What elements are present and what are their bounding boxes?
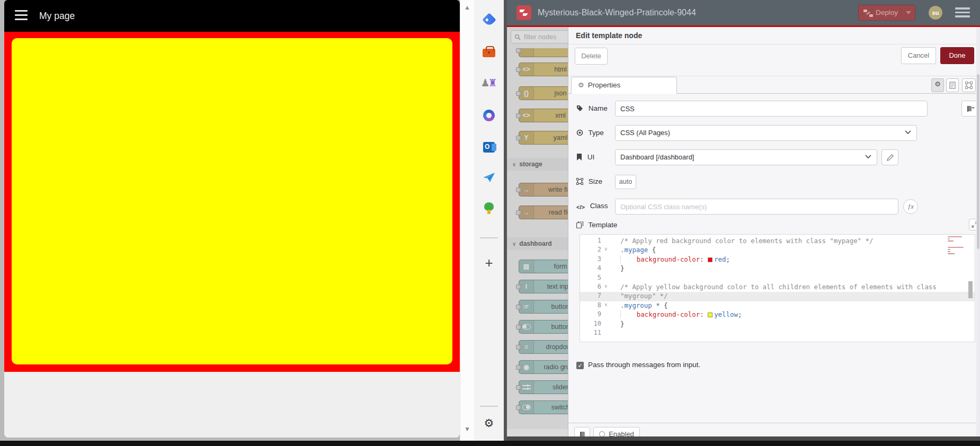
screen-bottom-bar bbox=[0, 441, 980, 446]
class-expression-button[interactable]: ƒx bbox=[903, 199, 918, 214]
description-view-button[interactable] bbox=[946, 78, 959, 92]
class-field-label: </> Class bbox=[576, 202, 608, 210]
divider bbox=[480, 237, 498, 238]
chevron-down-icon[interactable] bbox=[906, 11, 911, 14]
size-value-button[interactable]: auto bbox=[615, 175, 636, 189]
editor-minimap bbox=[948, 236, 965, 340]
deploy-button[interactable]: Deploy bbox=[858, 5, 915, 21]
dashboard-empty-area bbox=[4, 372, 460, 438]
appearance-view-button[interactable] bbox=[962, 78, 976, 92]
window-bottom-edge bbox=[507, 436, 980, 441]
code-line: 1/* Apply red background color to elemen… bbox=[580, 237, 975, 246]
code-icon: </> bbox=[576, 204, 585, 210]
user-avatar[interactable]: su bbox=[929, 6, 942, 20]
mypage-red-area bbox=[4, 32, 460, 372]
main-menu-icon[interactable] bbox=[955, 7, 970, 18]
drop-plane-icon[interactable] bbox=[474, 172, 504, 186]
code-line: 2∨.mypage { bbox=[580, 246, 975, 255]
hamburger-menu-icon[interactable] bbox=[15, 10, 28, 22]
edit-template-dialog: Edit template node Delete Cancel Done ⚙P… bbox=[568, 27, 980, 436]
outlook-icon[interactable] bbox=[474, 140, 504, 155]
nodered-window: Mysterious-Black-Winged-Pratincole-9044 … bbox=[507, 0, 980, 441]
dashboard-header: My page bbox=[4, 0, 460, 32]
passthrough-label: Pass through messages from input. bbox=[588, 361, 700, 369]
template-code-editor[interactable]: 1/* Apply red background color to elemen… bbox=[580, 234, 975, 342]
chevron-down-icon bbox=[865, 155, 871, 159]
tag-icon bbox=[576, 105, 583, 112]
add-sidebar-item-button[interactable]: + bbox=[474, 256, 504, 271]
deploy-icon bbox=[863, 10, 873, 17]
code-line: 11 bbox=[580, 329, 975, 338]
shopping-tag-icon[interactable] bbox=[474, 13, 504, 28]
code-line: 6∨/* Apply yellow background color to al… bbox=[580, 283, 975, 292]
editor-scrollbar[interactable] bbox=[968, 235, 973, 342]
nodered-logo-icon bbox=[516, 5, 531, 20]
size-field-label: Size bbox=[576, 177, 602, 185]
code-line: 7"mygroup" */ bbox=[580, 292, 975, 301]
divider bbox=[568, 76, 980, 76]
browser-sidebar: ♟♜ + ⚙ bbox=[474, 0, 504, 441]
dashboard-scrollbar[interactable]: ▲ ▼ bbox=[460, 0, 474, 441]
gear-icon[interactable]: ⚙ bbox=[474, 417, 504, 432]
class-input[interactable] bbox=[615, 199, 898, 215]
code-line: 10} bbox=[580, 320, 975, 329]
deploy-label: Deploy bbox=[876, 5, 898, 20]
chevron-down-icon bbox=[905, 130, 911, 135]
code-line: 3 background-color: red; bbox=[580, 255, 975, 264]
delete-button[interactable]: Delete bbox=[575, 48, 608, 65]
nodered-header: Mysterious-Black-Winged-Pratincole-9044 … bbox=[507, 0, 980, 25]
scroll-up-icon[interactable]: ▲ bbox=[460, 4, 474, 11]
properties-view-button[interactable]: ⚙ bbox=[931, 78, 944, 92]
games-icon[interactable]: ♟♜ bbox=[474, 77, 504, 92]
name-input[interactable] bbox=[615, 101, 928, 117]
template-icon bbox=[576, 221, 583, 228]
pencil-icon bbox=[887, 154, 894, 161]
target-icon bbox=[576, 129, 583, 136]
chevron-down-icon bbox=[972, 107, 975, 109]
done-button[interactable]: Done bbox=[940, 47, 974, 64]
passthrough-checkbox[interactable]: ✓ bbox=[576, 362, 584, 369]
divider bbox=[568, 423, 980, 423]
dialog-title: Edit template node bbox=[576, 31, 642, 40]
type-field-label: Type bbox=[576, 129, 604, 137]
microsoft-365-icon[interactable] bbox=[474, 108, 504, 123]
dialog-scrollbar[interactable] bbox=[976, 27, 980, 436]
toolbox-icon[interactable] bbox=[474, 45, 504, 60]
divider bbox=[480, 406, 498, 407]
code-line: 5 bbox=[580, 274, 975, 283]
template-field-label: Template bbox=[576, 221, 617, 229]
name-options-button[interactable] bbox=[961, 101, 977, 117]
gear-icon: ⚙ bbox=[578, 81, 584, 89]
cancel-button[interactable]: Cancel bbox=[901, 47, 936, 64]
divider bbox=[568, 44, 980, 44]
dashboard-page-title: My page bbox=[39, 0, 75, 32]
dashboard-page: My page bbox=[4, 0, 460, 438]
ui-select[interactable]: Dashboard [/dashboard] bbox=[615, 149, 877, 165]
screen: My page ▲ ▼ ♟♜ + ⚙ Mysterious-Bla bbox=[0, 0, 980, 446]
tab-properties[interactable]: ⚙Properties bbox=[571, 77, 677, 94]
ui-field-label: UI bbox=[576, 153, 594, 161]
code-line: 4} bbox=[580, 264, 975, 273]
type-select[interactable]: CSS (All Pages) bbox=[615, 125, 917, 141]
name-field-label: Name bbox=[576, 104, 608, 112]
mygroup-yellow-panel bbox=[12, 38, 452, 364]
edit-ui-button[interactable] bbox=[881, 149, 898, 165]
tree-icon[interactable] bbox=[474, 201, 504, 216]
code-line: 9 background-color: yellow; bbox=[580, 310, 975, 319]
code-line: 8∨.mygroup * { bbox=[580, 301, 975, 310]
size-frame-icon bbox=[576, 178, 583, 185]
bookmark-icon bbox=[576, 154, 582, 160]
scroll-down-icon[interactable]: ▼ bbox=[460, 425, 474, 433]
flow-title: Mysterious-Black-Winged-Pratincole-9044 bbox=[538, 0, 696, 25]
divider bbox=[901, 7, 901, 18]
